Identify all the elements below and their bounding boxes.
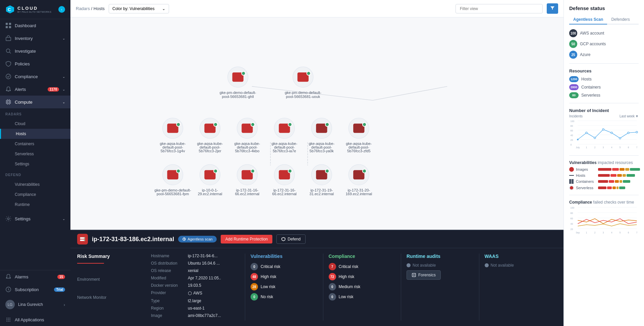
sidebar-alarms[interactable]: Alarms 15 <box>0 270 70 283</box>
host-node-6[interactable]: gke-aqsa-kube- default-pool- 5b76fcc3-ia… <box>271 118 297 153</box>
compliance-title[interactable]: Compliance <box>329 254 396 259</box>
vi-hosts-label: Hosts <box>576 173 596 177</box>
info-region-val: us-east-1 <box>188 306 205 311</box>
defend-btn-label: Defend <box>287 237 301 241</box>
info-provider-val: ⬡ AWS <box>188 290 202 296</box>
sidebar-all-applications[interactable]: All Applications <box>0 313 70 326</box>
breadcrumb-parent[interactable]: Radars <box>76 6 90 11</box>
forensics-button[interactable]: Forensics <box>407 270 441 280</box>
sidebar-sub-settings[interactable]: Settings <box>0 159 70 169</box>
host-node-12[interactable]: ip-172-31-16- 66.ec2.internal <box>272 165 297 196</box>
sidebar-bottom: Alarms 15 Subscription Trial LG Lina Gur… <box>0 270 70 326</box>
svg-text:2: 2 <box>594 146 596 149</box>
detail-header: ip-172-31-83-186.ec2.internal Agentless … <box>70 230 564 248</box>
vuln-high-badge: 48 <box>251 273 258 280</box>
tab-agentless-scan[interactable]: Agentless Scan <box>569 15 607 24</box>
host-node-5[interactable]: gke-aqsa-kube- default-pool- 5b76fcc3-4k… <box>234 118 260 153</box>
host-node-13[interactable]: ip-172-31-19- 31.ec2.internal <box>310 165 334 196</box>
runtime-title[interactable]: Runtime audits <box>407 254 474 259</box>
svg-text:6: 6 <box>628 231 629 234</box>
gcp-account-label: GCP accounts <box>580 42 606 46</box>
serverless-res-label: Serverless <box>581 93 600 98</box>
svg-point-11 <box>7 218 9 219</box>
sidebar-item-alerts[interactable]: Alerts 1170 ⌄ <box>0 83 70 96</box>
hosts-resource-row: 1200 Hosts <box>569 76 639 82</box>
hosts-vi-icon <box>569 175 574 176</box>
host-info-column: Hostname ip-172-31-94-6... OS distributi… <box>144 254 245 321</box>
sidebar-item-investigate[interactable]: Investigate <box>0 45 70 57</box>
svg-point-79 <box>214 169 217 173</box>
host-node-2[interactable]: gke-pm-demo-default- pool-56653681-uouk <box>285 67 321 99</box>
host-node-8[interactable]: gke-aqsa-kube- default-pool- 5b76fcc3-zf… <box>346 118 372 153</box>
host-node-1[interactable]: gke-pm-demo-default- pool-56653681-ghll <box>220 67 256 99</box>
svg-text:169.ec2.internal: 169.ec2.internal <box>345 192 372 196</box>
host-node-10[interactable]: ip-10-0-1- 29.ec2.internal <box>198 165 222 196</box>
cpu-icon <box>5 99 11 105</box>
sidebar-item-compute[interactable]: Compute ⌄ <box>0 96 70 108</box>
svg-point-74 <box>176 169 180 173</box>
color-by-dropdown[interactable]: Color by: Vulnerabilities ⌄ <box>109 4 169 13</box>
detail-panel: ip-172-31-83-186.ec2.internal Agentless … <box>70 230 564 326</box>
info-type-val: t2.large <box>188 298 201 303</box>
sidebar-item-inventory[interactable]: Inventory ⌄ <box>0 32 70 45</box>
svg-point-99 <box>363 169 366 173</box>
add-runtime-btn[interactable]: Add Runtime Protection <box>221 235 273 243</box>
sidebar-item-settings[interactable]: Settings ⌄ <box>0 212 70 225</box>
svg-point-17 <box>8 319 9 320</box>
vuln-high-label: High risk <box>261 274 276 279</box>
vi-host-bar-2 <box>610 174 616 177</box>
compute-arrow: ⌄ <box>62 100 65 104</box>
sidebar-sub-hosts[interactable]: Hosts <box>0 129 70 139</box>
svg-rect-5 <box>9 26 11 28</box>
host-node-11[interactable]: ip-172-31-16- 66.ec2.internal <box>235 165 260 196</box>
host-node-4[interactable]: gke-aqsa-kube- default-pool- 5b76fcc3-2j… <box>197 118 223 153</box>
sidebar-defend-vulnerabilities[interactable]: Vulnerabilities <box>0 179 70 189</box>
defend-btn[interactable]: Defend <box>276 234 306 244</box>
aws-account-label: AWS account <box>580 31 604 36</box>
sidebar-subscription[interactable]: Subscription Trial <box>0 283 70 296</box>
sidebar-collapse-btn[interactable]: ‹ <box>58 6 65 13</box>
svg-point-19 <box>6 321 7 322</box>
filter-input[interactable] <box>455 4 543 13</box>
alerts-arrow: ⌄ <box>62 88 65 91</box>
sidebar-item-policies[interactable]: Policies <box>0 57 70 70</box>
info-region-label: Region <box>151 306 188 311</box>
waas-title[interactable]: WAAS <box>485 254 552 259</box>
risk-bar <box>77 263 104 264</box>
sidebar-defend-runtime[interactable]: Runtime <box>0 200 70 210</box>
svg-point-68 <box>363 123 366 126</box>
svg-point-126 <box>628 132 629 134</box>
sidebar-sub-containers[interactable]: Containers <box>0 139 70 149</box>
sidebar-defend-compliance[interactable]: Compliance <box>0 189 70 200</box>
svg-text:29.ec2.internal: 29.ec2.internal <box>198 192 222 196</box>
info-os-release-label: OS release <box>151 268 188 273</box>
host-node-9[interactable]: gke-pm-demo-default- pool-56653681-fpm <box>155 165 191 196</box>
sidebar-item-compliance[interactable]: Compliance ⌄ <box>0 70 70 83</box>
sidebar-sub-serverless[interactable]: Serverless <box>0 149 70 159</box>
gcp-count-badge: 50 <box>569 40 577 48</box>
user-profile[interactable]: LG Lina Gurevich › <box>0 296 70 313</box>
host-node-7[interactable]: gke-aqsa-kube- default-pool- 5b76fcc3-ya… <box>309 118 334 153</box>
filter-button[interactable] <box>547 3 558 14</box>
host-node-3[interactable]: gke-aqsa-kube- default-pool- 5b76fcc3-1g… <box>160 118 186 153</box>
tab-row: Agentless Scan Defenders <box>569 15 639 24</box>
alerts-badge: 1170 <box>48 87 59 92</box>
info-modified-label: Modified <box>151 276 188 280</box>
resources-title: Resources <box>569 68 639 73</box>
network-map: gke-pm-demo-default- pool-56653681-ghll … <box>70 17 564 230</box>
divider-2 <box>569 103 639 103</box>
grid-dots-icon <box>5 317 11 323</box>
hosts-res-label: Hosts <box>581 77 592 82</box>
svg-point-121 <box>586 132 587 134</box>
svg-point-21 <box>9 321 10 322</box>
tab-defenders[interactable]: Defenders <box>607 15 634 24</box>
vuln-title[interactable]: Vulnerabilities <box>251 254 318 259</box>
svg-text:5b76fcc3-4kbo: 5b76fcc3-4kbo <box>235 149 260 153</box>
sidebar-item-dashboard[interactable]: Dashboard <box>0 19 70 32</box>
svg-text:5b76fcc3-2jer: 5b76fcc3-2jer <box>199 149 221 153</box>
vi-images-bars <box>598 168 640 171</box>
containers-res-label: Containers <box>581 85 601 90</box>
host-node-14[interactable]: ip-172-31-20- 169.ec2.internal <box>345 165 372 196</box>
sidebar-sub-cloud[interactable]: Cloud <box>0 119 70 129</box>
user-expand-icon: › <box>64 302 65 307</box>
